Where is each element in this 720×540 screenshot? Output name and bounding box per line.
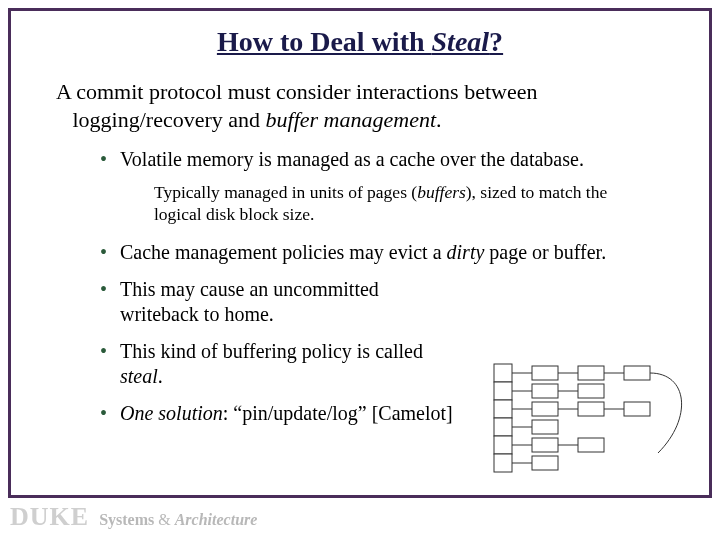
- svg-rect-27: [578, 438, 604, 452]
- footer-systems-arch: Systems & Architecture: [99, 511, 257, 528]
- svg-rect-11: [624, 366, 650, 380]
- bullet-2-pre: Cache management policies may evict a: [120, 241, 447, 263]
- svg-rect-4: [494, 436, 512, 454]
- footer: DUKE Systems & Architecture: [10, 502, 257, 532]
- svg-rect-29: [532, 456, 558, 470]
- bullet-3: This may cause an uncommitted writeback …: [100, 277, 470, 327]
- bullet-4-post: .: [158, 365, 163, 387]
- svg-rect-2: [494, 400, 512, 418]
- bullet-3-text: This may cause an uncommitted writeback …: [120, 278, 379, 325]
- bullet-5-em: One solution: [120, 402, 223, 424]
- bullet-list: Volatile memory is managed as a cache ov…: [52, 147, 680, 265]
- bullet-1-text: Volatile memory is managed as a cache ov…: [120, 148, 584, 170]
- bullet-2-em: dirty: [447, 241, 485, 263]
- svg-rect-17: [532, 402, 558, 416]
- buffer-diagram: [488, 358, 698, 478]
- svg-rect-25: [532, 438, 558, 452]
- footer-amp: &: [154, 511, 174, 528]
- svg-rect-9: [578, 366, 604, 380]
- footer-systems: Systems: [99, 511, 154, 528]
- bullet-4-pre: This kind of buffering policy is called: [120, 340, 423, 362]
- bullet-4: This kind of buffering policy is called …: [100, 339, 470, 389]
- svg-rect-0: [494, 364, 512, 382]
- svg-rect-7: [532, 366, 558, 380]
- svg-rect-1: [494, 382, 512, 400]
- sub-em: buffers: [417, 182, 466, 202]
- bullet-4-em: steal: [120, 365, 158, 387]
- svg-rect-5: [494, 454, 512, 472]
- sub-pre: Typically managed in units of pages (: [154, 182, 417, 202]
- svg-rect-3: [494, 418, 512, 436]
- footer-arch: Architecture: [175, 511, 258, 528]
- bullet-1: Volatile memory is managed as a cache ov…: [100, 147, 680, 226]
- bullet-2-post: page or buffer.: [484, 241, 606, 263]
- sub-bullet: Typically managed in units of pages (buf…: [154, 182, 670, 226]
- bullet-5-post: : “pin/update/log” [Camelot]: [223, 402, 453, 424]
- svg-rect-23: [532, 420, 558, 434]
- footer-duke: DUKE: [10, 502, 89, 531]
- svg-rect-21: [624, 402, 650, 416]
- bullet-2: Cache management policies may evict a di…: [100, 240, 680, 265]
- svg-rect-13: [532, 384, 558, 398]
- svg-rect-15: [578, 384, 604, 398]
- svg-rect-19: [578, 402, 604, 416]
